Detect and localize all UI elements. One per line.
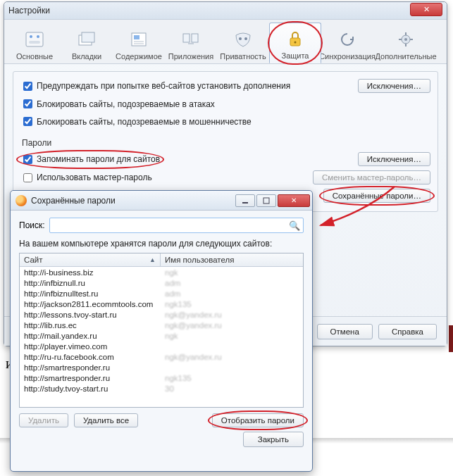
column-site[interactable]: Сайт ▲ <box>20 253 161 266</box>
cell-site: http://infbiznull.ru <box>20 277 161 288</box>
settings-title: Настройки <box>8 6 410 15</box>
tabs-icon <box>76 29 97 50</box>
table-row[interactable]: http://infbiznull.ruadm <box>20 277 303 288</box>
table-row[interactable]: http://jackson2811.ecommtools.comngk135 <box>20 299 303 309</box>
tab-tabs-label: Вкладки <box>72 52 101 61</box>
cell-user: ngk135 <box>161 299 303 309</box>
cell-user: ngk@yandex.ru <box>161 309 303 320</box>
apps-icon <box>180 29 201 50</box>
cell-user: ngk135 <box>161 372 303 383</box>
lock-icon <box>285 28 306 49</box>
remember-passwords-label: Запоминать пароли для сайтов <box>37 154 160 164</box>
cell-user: adm <box>161 277 303 288</box>
block-fraud-checkbox[interactable] <box>23 117 32 126</box>
passwords-heading: Пароли <box>22 138 430 148</box>
cell-user: ngk@yandex.ru <box>161 320 303 330</box>
column-user-label: Имя пользователя <box>165 256 234 264</box>
exceptions-addons-button[interactable]: Исключения… <box>358 79 430 93</box>
tab-tabs[interactable]: Вкладки <box>61 23 113 63</box>
pwd-titlebar[interactable]: Сохранённые пароли ✕ <box>11 191 312 211</box>
remember-passwords-checkbox[interactable] <box>23 155 32 164</box>
svg-rect-23 <box>263 198 269 203</box>
settings-close-button[interactable]: ✕ <box>410 3 442 16</box>
pwd-info-text: На вашем компьютере хранятся пароли для … <box>19 239 304 249</box>
cell-site: http://smartresponder.ru <box>20 372 161 383</box>
cell-user: 30 <box>161 383 303 394</box>
table-row[interactable]: http://i-business.bizngk <box>20 267 303 277</box>
table-row[interactable]: http://study.tvoy-start.ru30 <box>20 383 303 394</box>
tab-security[interactable]: Защита <box>269 23 321 63</box>
minimize-button[interactable] <box>235 194 255 207</box>
tab-advanced[interactable]: Дополнительные <box>373 23 438 63</box>
settings-titlebar[interactable]: Настройки ✕ <box>4 2 447 20</box>
table-row[interactable]: http://player.vimeo.com <box>20 341 303 351</box>
cell-user: adm <box>161 288 303 299</box>
table-row[interactable]: http://lessons.tvoy-start.rungk@yandex.r… <box>20 309 303 320</box>
settings-tabs: Основные Вкладки Содержимое Приложения П… <box>4 20 447 64</box>
svg-rect-5 <box>82 32 94 42</box>
change-master-button: Сменить мастер-пароль… <box>313 170 430 184</box>
tab-general[interactable]: Основные <box>8 23 61 63</box>
close-button[interactable]: Закрыть <box>243 432 304 447</box>
exceptions-passwords-button[interactable]: Исключения… <box>358 152 430 166</box>
tab-privacy[interactable]: Приватность <box>217 23 269 63</box>
column-user[interactable]: Имя пользователя <box>161 253 303 266</box>
cell-site: http://i-business.biz <box>20 267 161 277</box>
warn-addons-checkbox[interactable] <box>23 82 32 91</box>
sync-icon <box>337 29 358 50</box>
decorative-red-strip <box>449 325 453 352</box>
switches-icon <box>24 29 45 50</box>
table-row[interactable]: http://smartresponder.ru <box>20 362 303 372</box>
cell-site: http://ru-ru.facebook.com <box>20 351 161 362</box>
firefox-icon <box>15 195 27 206</box>
tab-sync[interactable]: Синхронизация <box>321 23 373 63</box>
svg-point-17 <box>404 38 407 41</box>
saved-passwords-button[interactable]: Сохранённые пароли… <box>323 189 430 203</box>
content-icon <box>128 29 149 50</box>
delete-all-button[interactable]: Удалить все <box>74 413 138 427</box>
table-row[interactable]: http://smartresponder.rungk135 <box>20 372 303 383</box>
svg-point-13 <box>244 37 247 40</box>
cell-site: http://jackson2811.ecommtools.com <box>20 299 161 309</box>
tab-sync-label: Синхронизация <box>319 52 376 61</box>
svg-rect-0 <box>26 32 43 46</box>
tab-content[interactable]: Содержимое <box>113 23 165 63</box>
table-row[interactable]: http://ru-ru.facebook.comngk@yandex.ru <box>20 351 303 362</box>
maximize-button[interactable] <box>256 194 276 207</box>
master-password-checkbox[interactable] <box>23 173 32 182</box>
tab-applications-label: Приложения <box>168 52 213 61</box>
cell-site: http://infbiznulltest.ru <box>20 288 161 299</box>
tab-applications[interactable]: Приложения <box>165 23 217 63</box>
table-row[interactable]: http://mail.yandex.rungk <box>20 330 303 341</box>
search-input[interactable]: 🔍 <box>49 218 304 233</box>
svg-point-12 <box>239 37 242 40</box>
column-site-label: Сайт <box>24 256 43 264</box>
cell-site: http://player.vimeo.com <box>20 341 161 351</box>
cell-site: http://study.tvoy-start.ru <box>20 383 161 394</box>
table-row[interactable]: http://lib.rus.ecngk@yandex.ru <box>20 320 303 330</box>
delete-button[interactable]: Удалить <box>19 413 68 427</box>
svg-rect-11 <box>192 34 198 42</box>
cell-user: ngk <box>161 267 303 277</box>
help-button[interactable]: Справка <box>378 324 437 339</box>
close-icon: ✕ <box>423 5 430 14</box>
block-fraud-label: Блокировать сайты, подозреваемые в мошен… <box>37 117 252 127</box>
mask-icon <box>232 29 254 50</box>
show-passwords-button[interactable]: Отобразить пароли <box>212 413 304 427</box>
cancel-button[interactable]: Отмена <box>317 324 373 339</box>
passwords-table: Сайт ▲ Имя пользователя http://i-busines… <box>19 253 304 408</box>
cell-site: http://lessons.tvoy-start.ru <box>20 309 161 320</box>
table-row[interactable]: http://infbiznulltest.ruadm <box>20 288 303 299</box>
cell-site: http://smartresponder.ru <box>20 362 161 372</box>
block-attack-checkbox[interactable] <box>23 99 32 108</box>
cell-user: ngk <box>161 330 303 341</box>
block-attack-label: Блокировать сайты, подозреваемые в атака… <box>37 99 215 109</box>
passwords-rows[interactable]: http://i-business.bizngkhttp://infbiznul… <box>20 267 303 406</box>
gear-icon <box>395 29 416 50</box>
cell-user <box>161 341 303 351</box>
search-label: Поиск: <box>19 220 45 230</box>
tab-general-label: Основные <box>16 52 53 61</box>
svg-rect-10 <box>183 34 190 42</box>
pwd-title: Сохранённые пароли <box>31 196 235 206</box>
pwd-close-button[interactable]: ✕ <box>278 194 310 207</box>
